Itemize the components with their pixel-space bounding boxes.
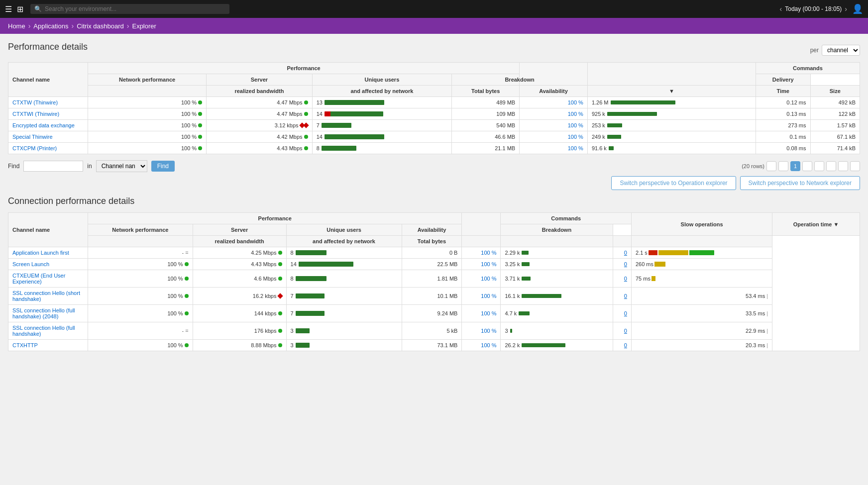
server-bw-cell: 3.12 kbps xyxy=(207,120,312,131)
conn-server-bw-cell: 16.2 kbps xyxy=(193,288,286,305)
breadcrumb-applications[interactable]: Applications xyxy=(33,22,68,30)
search-input[interactable] xyxy=(45,5,225,12)
search-bar: 🔍 xyxy=(30,4,229,14)
unique-users-cell: 14 xyxy=(312,131,452,143)
conn-total-bytes-cell: 0 B xyxy=(402,247,462,259)
breakdown-bar-container: 16.1 k xyxy=(505,293,608,299)
conn-channel-link[interactable]: Screen Launch xyxy=(12,261,49,267)
conn-total-bytes-cell: 5 kB xyxy=(402,322,462,340)
server-bw-cell: 4.47 Mbps xyxy=(207,108,312,120)
table-row: CTXHTTP 100 % 8.88 Mbps 3 73.1 MB 100 % … xyxy=(8,340,860,351)
conn-channel-link[interactable]: SSL connection Hello (short handshake) xyxy=(12,290,80,302)
first-page-btn[interactable]: |< xyxy=(766,161,776,171)
group-header-row: Channel name Performance Commands xyxy=(8,63,860,74)
conn-channel-link[interactable]: Application Launch first xyxy=(12,250,69,256)
conn-channel-link[interactable]: CTXHTTP xyxy=(12,342,38,348)
slow-ops-val[interactable]: 0 xyxy=(624,342,627,348)
conn-unique-cell: 14 xyxy=(286,259,402,270)
find-select[interactable]: Channel nan xyxy=(96,160,147,172)
breakdown-bar-container: 26.2 k xyxy=(505,342,608,348)
channel-link[interactable]: Special Thinwire xyxy=(12,134,53,140)
conn-channel-link[interactable]: CTXEUEM (End User Experience) xyxy=(12,273,65,285)
breadcrumb-explorer[interactable]: Explorer xyxy=(132,22,156,30)
breakdown-val: 249 k xyxy=(592,134,605,140)
conn-table-wrapper: Channel name Performance Commands Slow o… xyxy=(8,212,860,351)
conn-unique: Unique users xyxy=(286,224,402,236)
chart-bar xyxy=(325,100,384,105)
page-3-btn[interactable]: 3 xyxy=(814,161,824,171)
breakdown-bar-container: 91.6 k xyxy=(592,145,752,151)
net-perf-cell: 100 % xyxy=(88,131,207,143)
col-delivery-size: Size xyxy=(810,86,860,97)
slow-ops-val[interactable]: 0 xyxy=(624,293,627,299)
slow-ops-val[interactable]: 0 xyxy=(624,310,627,316)
bar-container: 3 xyxy=(291,328,398,334)
conn-server-realized: realized bandwidth xyxy=(193,236,286,247)
page-4-btn[interactable]: 4 xyxy=(826,161,836,171)
conn-subheader2: realized bandwidth and affected by netwo… xyxy=(8,236,860,247)
switch-network-btn[interactable]: Switch perspective to Network explorer xyxy=(740,176,860,190)
bar-value: 7 xyxy=(317,122,320,128)
unique-users-cell: 7 xyxy=(312,120,452,131)
conn-availability-cell: 100 % xyxy=(462,305,501,322)
per-channel-select[interactable]: channel xyxy=(822,45,860,56)
breadcrumb-home[interactable]: Home xyxy=(8,22,25,30)
col-avail-2: Availability xyxy=(520,86,588,97)
find-button[interactable]: Find xyxy=(151,161,175,172)
delivery-size-cell: 122 kB xyxy=(810,108,860,120)
breakdown-cell: 925 k xyxy=(587,108,756,120)
bar-container: 14 xyxy=(317,111,448,117)
channel-link[interactable]: CTXCPM (Printer) xyxy=(12,145,57,151)
breakdown-bar xyxy=(609,146,614,150)
next-page-btn[interactable]: > xyxy=(838,161,848,171)
slow-ops-val[interactable]: 0 xyxy=(624,276,627,282)
breadcrumb-citrix[interactable]: Citrix dashboard xyxy=(77,22,124,30)
conn-unique-cell: 8 xyxy=(286,270,402,288)
conn-slow-ops-cell: 0 xyxy=(613,247,631,259)
find-input[interactable] xyxy=(23,161,83,172)
conn-channel-link[interactable]: SSL connection Hello (full handshake) xyxy=(12,325,75,337)
table-row: Encrypted data exchange 100 % 3.12 kbps … xyxy=(8,120,860,131)
channel-link[interactable]: CTXTWI (Thinwire) xyxy=(12,111,59,117)
conn-slow-ops: Slow operations xyxy=(631,213,772,236)
next-time-arrow[interactable]: › xyxy=(845,5,847,13)
conn-channel-link[interactable]: SSL connection Hello (full handshake) (2… xyxy=(12,307,75,319)
col-delivery-header: Delivery xyxy=(756,74,810,86)
net-perf-cell: 100 % xyxy=(88,120,207,131)
status-dot-green xyxy=(304,112,308,116)
op-time-val: 22.9 ms | xyxy=(746,328,768,334)
breakdown-val: 925 k xyxy=(592,111,605,117)
page-1-btn[interactable]: 1 xyxy=(790,161,800,171)
breakdown-val: 1.26 M xyxy=(592,99,609,105)
channel-link[interactable]: Encrypted data exchange xyxy=(12,122,75,128)
op-time-bar: 260 ms xyxy=(636,261,768,267)
prev-page-btn[interactable]: < xyxy=(778,161,788,171)
table-row: Special Thinwire 100 % 4.42 Mbps 14 46.6… xyxy=(8,131,860,143)
conn-col-channel: Channel name xyxy=(8,213,88,247)
channel-link[interactable]: CTXTW (Thinwire) xyxy=(12,99,58,105)
prev-time-arrow[interactable]: ‹ xyxy=(780,5,782,13)
search-icon: 🔍 xyxy=(34,5,42,12)
slow-ops-val[interactable]: 0 xyxy=(624,250,627,256)
chart-bar xyxy=(325,111,383,116)
conn-channel-cell: CTXHTTP xyxy=(8,340,88,351)
bar-value: 8 xyxy=(291,250,294,256)
unique-users-cell: 8 xyxy=(312,143,452,154)
grid-icon[interactable]: ⊞ xyxy=(17,4,23,14)
conn-server-bw-cell: 144 kbps xyxy=(193,305,286,322)
table-row: CTXCPM (Printer) 100 % 4.43 Mbps 8 21.1 … xyxy=(8,143,860,154)
slow-ops-val[interactable]: 0 xyxy=(624,261,627,267)
page-2-btn[interactable]: 2 xyxy=(802,161,812,171)
conn-channel-cell: SSL connection Hello (short handshake) xyxy=(8,288,88,305)
switch-operation-btn[interactable]: Switch perspective to Operation explorer xyxy=(611,176,736,190)
user-icon[interactable]: 👤 xyxy=(852,3,863,14)
status-dot-green xyxy=(278,251,282,255)
table-row: SSL connection Hello (short handshake) 1… xyxy=(8,288,860,305)
conn-op-time: Operation time ▼ xyxy=(772,213,860,236)
bar-value: 14 xyxy=(291,261,297,267)
last-page-btn[interactable]: >| xyxy=(850,161,860,171)
menu-icon[interactable]: ☰ xyxy=(5,4,12,14)
total-bytes-cell: 46.6 MB xyxy=(452,131,520,143)
slow-ops-val[interactable]: 0 xyxy=(624,328,627,334)
chart-bar xyxy=(296,311,325,316)
